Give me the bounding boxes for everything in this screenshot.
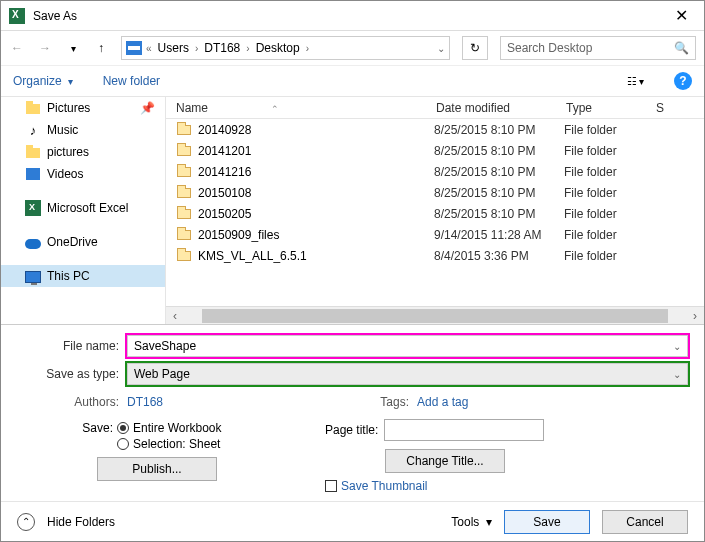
sidebar-item-microsoft-excel[interactable]: Microsoft Excel: [1, 197, 165, 219]
publish-button[interactable]: Publish...: [97, 457, 217, 481]
savetype-label: Save as type:: [17, 367, 127, 381]
sidebar-item-label: Pictures: [47, 101, 90, 115]
file-type: File folder: [564, 207, 664, 221]
radio-entire-workbook[interactable]: [117, 422, 129, 434]
file-date: 9/14/2015 11:28 AM: [434, 228, 564, 242]
sidebar-item-onedrive[interactable]: OneDrive: [1, 231, 165, 253]
change-title-button[interactable]: Change Title...: [385, 449, 505, 473]
folder-icon: [174, 146, 194, 156]
sidebar-item-videos[interactable]: Videos: [1, 163, 165, 185]
file-date: 8/25/2015 8:10 PM: [434, 207, 564, 221]
file-name: KMS_VL_ALL_6.5.1: [194, 249, 434, 263]
table-row[interactable]: 201501088/25/2015 8:10 PMFile folder: [166, 182, 704, 203]
breadcrumb-seg[interactable]: DT168: [202, 41, 242, 55]
tags-label: Tags:: [367, 395, 417, 409]
chevron-right-icon: ›: [195, 43, 198, 54]
sidebar-item-this-pc[interactable]: This PC: [1, 265, 165, 287]
h-scrollbar[interactable]: ‹ ›: [166, 306, 704, 324]
lower-options: Save: Entire Workbook Selection: Sheet P…: [1, 417, 704, 501]
col-size[interactable]: S: [656, 101, 704, 115]
radio-selection[interactable]: [117, 438, 129, 450]
onedrive-icon: [25, 234, 41, 250]
file-type: File folder: [564, 144, 664, 158]
column-headers: Name ⌃ Date modified Type S: [166, 97, 704, 119]
sidebar-item-label: pictures: [47, 145, 89, 159]
folder-icon: [174, 230, 194, 240]
videos-icon: [25, 166, 41, 182]
save-thumbnail-checkbox[interactable]: [325, 480, 337, 492]
save-thumbnail-label: Save Thumbnail: [341, 479, 428, 493]
sidebar-item-label: Videos: [47, 167, 83, 181]
organize-menu[interactable]: Organize: [13, 74, 62, 88]
chevron-down-icon[interactable]: ⌄: [673, 369, 681, 380]
view-options[interactable]: ☷▾: [627, 75, 644, 88]
recent-dropdown[interactable]: ▾: [65, 40, 81, 56]
sidebar-item-music[interactable]: ♪Music: [1, 119, 165, 141]
save-as-dialog: Save As ✕ ← → ▾ ↑ « Users › DT168 › Desk…: [0, 0, 705, 542]
pagetitle-input[interactable]: [384, 419, 544, 441]
save-label: Save: Entire Workbook: [73, 421, 287, 435]
file-date: 8/25/2015 8:10 PM: [434, 165, 564, 179]
chevron-icon: «: [146, 43, 152, 54]
table-row[interactable]: 20150909_files9/14/2015 11:28 AMFile fol…: [166, 224, 704, 245]
chevron-down-icon[interactable]: ⌄: [673, 341, 681, 352]
table-row[interactable]: 201412168/25/2015 8:10 PMFile folder: [166, 161, 704, 182]
col-date[interactable]: Date modified: [436, 101, 566, 115]
close-button[interactable]: ✕: [667, 6, 696, 25]
tools-menu[interactable]: Tools ▾: [451, 515, 492, 529]
pc-icon: [25, 268, 41, 284]
tags-value[interactable]: Add a tag: [417, 395, 468, 409]
sidebar-item-pictures[interactable]: pictures: [1, 141, 165, 163]
table-row[interactable]: KMS_VL_ALL_6.5.18/4/2015 3:36 PMFile fol…: [166, 245, 704, 266]
folder-icon: [174, 167, 194, 177]
savetype-select[interactable]: Web Page ⌄: [127, 363, 688, 385]
folder-sm-icon: [25, 144, 41, 160]
file-type: File folder: [564, 165, 664, 179]
window-title: Save As: [33, 9, 667, 23]
file-type: File folder: [564, 186, 664, 200]
file-list: Name ⌃ Date modified Type S 201409288/25…: [166, 97, 704, 324]
scroll-thumb[interactable]: [202, 309, 668, 323]
table-row[interactable]: 201412018/25/2015 8:10 PMFile folder: [166, 140, 704, 161]
file-type: File folder: [564, 123, 664, 137]
folder-sm-icon: [25, 100, 41, 116]
new-folder-button[interactable]: New folder: [103, 74, 160, 88]
table-row[interactable]: 201502058/25/2015 8:10 PMFile folder: [166, 203, 704, 224]
file-name: 20141201: [194, 144, 434, 158]
cancel-button[interactable]: Cancel: [602, 510, 688, 534]
breadcrumb-seg[interactable]: Desktop: [254, 41, 302, 55]
note-icon: ♪: [25, 122, 41, 138]
col-name[interactable]: Name ⌃: [166, 101, 436, 115]
breadcrumb-seg[interactable]: Users: [156, 41, 191, 55]
hide-folders-button[interactable]: Hide Folders: [47, 515, 115, 529]
titlebar: Save As ✕: [1, 1, 704, 31]
breadcrumb[interactable]: « Users › DT168 › Desktop › ⌄: [121, 36, 450, 60]
sidebar-item-pictures[interactable]: Pictures📌: [1, 97, 165, 119]
help-button[interactable]: ?: [674, 72, 692, 90]
refresh-button[interactable]: ↻: [462, 36, 488, 60]
hide-folders-icon[interactable]: ⌃: [17, 513, 35, 531]
col-type[interactable]: Type: [566, 101, 656, 115]
forward-button[interactable]: →: [37, 40, 53, 56]
search-placeholder: Search Desktop: [507, 41, 674, 55]
table-row[interactable]: 201409288/25/2015 8:10 PMFile folder: [166, 119, 704, 140]
file-date: 8/25/2015 8:10 PM: [434, 186, 564, 200]
filename-input[interactable]: SaveShape ⌄: [127, 335, 688, 357]
search-icon: 🔍: [674, 41, 689, 55]
form-area: File name: SaveShape ⌄ Save as type: Web…: [1, 325, 704, 417]
authors-value[interactable]: DT168: [127, 395, 367, 409]
save-button[interactable]: Save: [504, 510, 590, 534]
up-button[interactable]: ↑: [93, 40, 109, 56]
folder-icon: [174, 188, 194, 198]
nav-toolbar: ← → ▾ ↑ « Users › DT168 › Desktop › ⌄ ↻ …: [1, 31, 704, 65]
search-input[interactable]: Search Desktop 🔍: [500, 36, 696, 60]
chevron-down-icon[interactable]: ⌄: [437, 43, 445, 54]
scroll-left-icon[interactable]: ‹: [166, 309, 184, 323]
scroll-right-icon[interactable]: ›: [686, 309, 704, 323]
file-date: 8/25/2015 8:10 PM: [434, 123, 564, 137]
file-name: 20150108: [194, 186, 434, 200]
sidebar: Pictures📌♪MusicpicturesVideosMicrosoft E…: [1, 97, 166, 324]
sidebar-item-label: Music: [47, 123, 78, 137]
back-button[interactable]: ←: [9, 40, 25, 56]
file-list-body[interactable]: 201409288/25/2015 8:10 PMFile folder2014…: [166, 119, 704, 306]
